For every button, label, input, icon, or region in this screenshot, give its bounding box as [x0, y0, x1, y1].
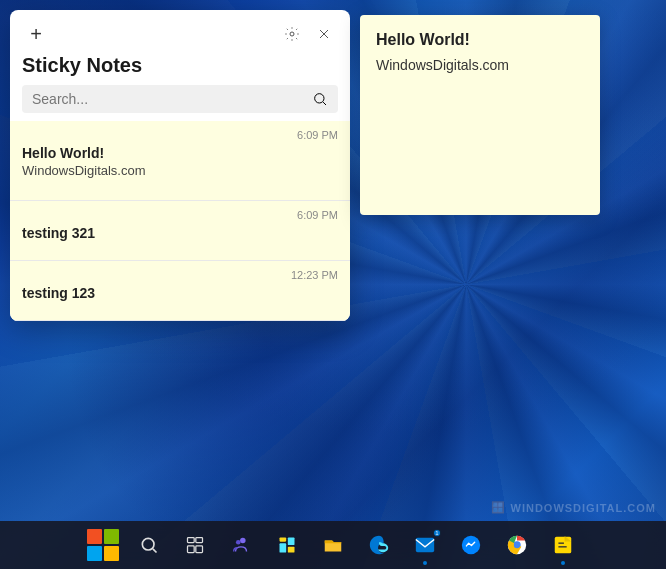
svg-rect-13	[416, 538, 434, 553]
close-icon	[316, 26, 332, 42]
svg-point-1	[315, 94, 324, 103]
svg-rect-4	[196, 538, 203, 543]
watermark-icon: 🪟	[491, 501, 506, 514]
start-button-grid	[87, 529, 119, 561]
taskbar: 1	[0, 521, 666, 569]
taskbar-icon-mail[interactable]: 1	[403, 523, 447, 567]
svg-rect-5	[188, 546, 195, 553]
taskbar-icon-messenger[interactable]	[449, 523, 493, 567]
taskbar-icon-search[interactable]	[127, 523, 171, 567]
note-title: testing 321	[22, 225, 338, 241]
note-timestamp: 12:23 PM	[22, 269, 338, 281]
svg-point-8	[236, 540, 241, 545]
note-timestamp: 6:09 PM	[22, 209, 338, 221]
note-title: testing 123	[22, 285, 338, 301]
svg-point-2	[142, 538, 154, 550]
start-square-2	[104, 529, 119, 544]
task-view-icon	[185, 535, 205, 555]
start-square-3	[87, 546, 102, 561]
note-title: Hello World!	[22, 145, 338, 161]
notes-list: 6:09 PM Hello World! WindowsDigitals.com…	[10, 121, 350, 321]
gear-icon	[284, 26, 300, 42]
svg-rect-12	[288, 547, 295, 553]
watermark-text: WINDOWSDIGITAL.COM	[511, 502, 657, 514]
window-title: Sticky Notes	[10, 54, 350, 85]
list-item[interactable]: 12:23 PM testing 123	[10, 261, 350, 321]
svg-rect-18	[555, 537, 572, 554]
window-header: +	[10, 10, 350, 54]
search-taskbar-icon	[139, 535, 159, 555]
svg-rect-10	[288, 538, 295, 546]
start-square-1	[87, 529, 102, 544]
taskbar-icon-start[interactable]	[81, 523, 125, 567]
file-explorer-icon	[322, 534, 344, 556]
note-timestamp: 6:09 PM	[22, 129, 338, 141]
add-note-button[interactable]: +	[22, 20, 50, 48]
open-sticky-note[interactable]: Hello World! WindowsDigitals.com	[360, 15, 600, 215]
widgets-icon	[277, 535, 297, 555]
svg-rect-3	[188, 538, 195, 543]
taskbar-icon-file-explorer[interactable]	[311, 523, 355, 567]
search-icon	[312, 91, 328, 107]
taskbar-icon-edge[interactable]	[357, 523, 401, 567]
svg-point-0	[290, 32, 294, 36]
search-input[interactable]	[32, 91, 304, 107]
svg-point-17	[514, 542, 520, 548]
search-bar	[22, 85, 338, 113]
sticky-notes-taskbar-icon	[552, 534, 574, 556]
settings-button[interactable]	[278, 20, 306, 48]
start-square-4	[104, 546, 119, 561]
taskbar-icon-teams[interactable]	[219, 523, 263, 567]
list-item[interactable]: 6:09 PM testing 321	[10, 201, 350, 261]
watermark: 🪟 WINDOWSDIGITAL.COM	[491, 501, 657, 514]
list-item[interactable]: 6:09 PM Hello World! WindowsDigitals.com	[10, 121, 350, 201]
teams-icon	[230, 534, 252, 556]
taskbar-icon-sticky-notes[interactable]	[541, 523, 585, 567]
edge-icon	[368, 534, 390, 556]
chrome-icon	[506, 534, 528, 556]
svg-rect-6	[196, 546, 203, 553]
svg-rect-11	[280, 543, 287, 552]
open-note-title: Hello World!	[376, 31, 584, 49]
svg-point-7	[240, 538, 246, 544]
mail-notification-dot: 1	[433, 529, 441, 537]
mail-icon	[414, 534, 436, 556]
taskbar-icons: 1	[81, 523, 585, 567]
taskbar-icon-widgets[interactable]	[265, 523, 309, 567]
messenger-icon	[460, 534, 482, 556]
window-controls	[278, 20, 338, 48]
note-body: WindowsDigitals.com	[22, 163, 338, 178]
open-note-body: WindowsDigitals.com	[376, 57, 584, 73]
close-button[interactable]	[310, 20, 338, 48]
sticky-notes-window: + Sticky Notes 6:09 PM He	[10, 10, 350, 321]
svg-rect-9	[280, 538, 287, 542]
taskbar-icon-chrome[interactable]	[495, 523, 539, 567]
taskbar-icon-task-view[interactable]	[173, 523, 217, 567]
